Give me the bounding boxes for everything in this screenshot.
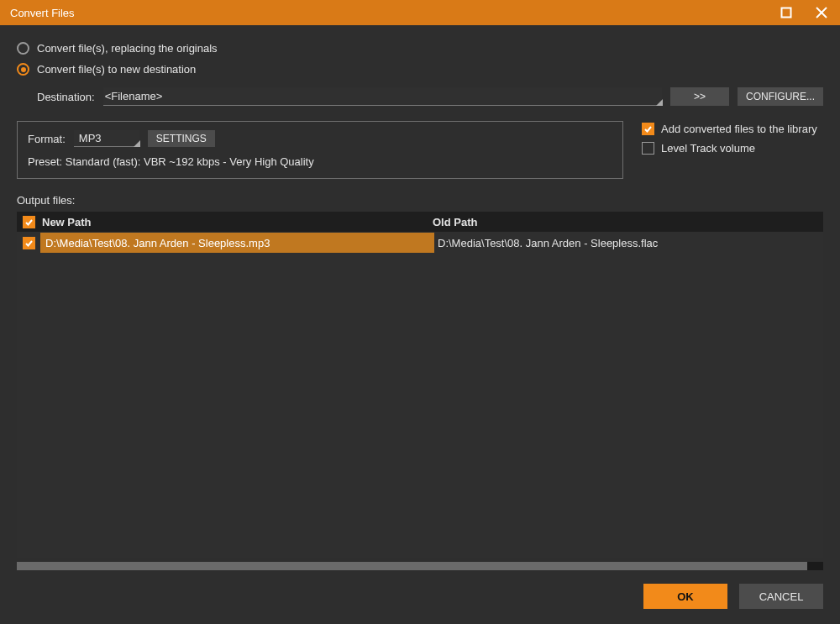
table-body: D:\Media\Test\08. Jann Arden - Sleepless… (17, 232, 823, 558)
row-checkbox-cell[interactable] (17, 237, 40, 249)
format-select[interactable]: MP3 (74, 130, 139, 147)
scrollbar-thumb[interactable] (17, 562, 807, 570)
radio-icon (17, 63, 29, 76)
format-value: MP3 (79, 132, 102, 144)
cancel-button[interactable]: CANCEL (739, 584, 823, 609)
column-header-new-path[interactable]: New Path (40, 216, 433, 228)
svg-rect-0 (782, 8, 791, 18)
format-section: Format: MP3 SETTINGS Preset: Standard (f… (17, 121, 823, 179)
radio-icon (17, 42, 29, 55)
maximize-icon (780, 7, 792, 18)
radio-label: Convert file(s), replacing the originals (37, 42, 218, 55)
titlebar: Convert Files (0, 0, 840, 25)
dialog-footer: OK CANCEL (17, 570, 823, 624)
maximize-button[interactable] (773, 1, 800, 24)
destination-input[interactable]: <Filename> (103, 87, 662, 106)
destination-label: Destination: (37, 91, 95, 103)
destination-value: <Filename> (105, 90, 163, 102)
window-controls (773, 1, 835, 24)
destination-row: Destination: <Filename> >> CONFIGURE... (37, 87, 823, 106)
configure-button[interactable]: CONFIGURE... (738, 87, 823, 106)
format-settings-button[interactable]: SETTINGS (148, 130, 215, 147)
output-label: Output files: (17, 194, 823, 207)
output-table: New Path Old Path D:\Media\Test\08. Jann… (17, 212, 823, 570)
checkbox-icon (23, 216, 35, 228)
table-header: New Path Old Path (17, 212, 823, 232)
radio-new-destination[interactable]: Convert file(s) to new destination (17, 63, 823, 76)
preset-text: Preset: Standard (fast): VBR ~192 kbps -… (28, 155, 612, 168)
dialog-content: Convert file(s), replacing the originals… (0, 25, 840, 624)
checkbox-label: Level Track volume (661, 142, 755, 155)
browse-button[interactable]: >> (670, 87, 729, 106)
check-level-volume[interactable]: Level Track volume (642, 142, 823, 155)
side-options: Add converted files to the library Level… (642, 121, 823, 155)
close-button[interactable] (808, 1, 835, 24)
column-header-old-path[interactable]: Old Path (433, 216, 823, 228)
radio-replace-originals[interactable]: Convert file(s), replacing the originals (17, 42, 823, 55)
checkbox-label: Add converted files to the library (661, 123, 817, 135)
ok-button[interactable]: OK (643, 584, 727, 609)
checkbox-icon (642, 142, 654, 155)
window-title: Convert Files (10, 7, 75, 19)
cell-old-path: D:\Media\Test\08. Jann Arden - Sleepless… (436, 233, 823, 253)
format-line: Format: MP3 SETTINGS (28, 130, 612, 147)
checkbox-icon (23, 237, 35, 249)
close-icon (816, 7, 827, 18)
header-checkbox-cell[interactable] (17, 216, 40, 228)
horizontal-scrollbar[interactable] (17, 562, 823, 570)
checkbox-icon (642, 123, 654, 135)
radio-label: Convert file(s) to new destination (37, 63, 196, 76)
cell-new-path: D:\Media\Test\08. Jann Arden - Sleepless… (40, 233, 434, 253)
format-panel: Format: MP3 SETTINGS Preset: Standard (f… (17, 121, 623, 179)
format-label: Format: (28, 133, 66, 145)
table-row[interactable]: D:\Media\Test\08. Jann Arden - Sleepless… (17, 232, 823, 254)
check-add-to-library[interactable]: Add converted files to the library (642, 123, 823, 135)
